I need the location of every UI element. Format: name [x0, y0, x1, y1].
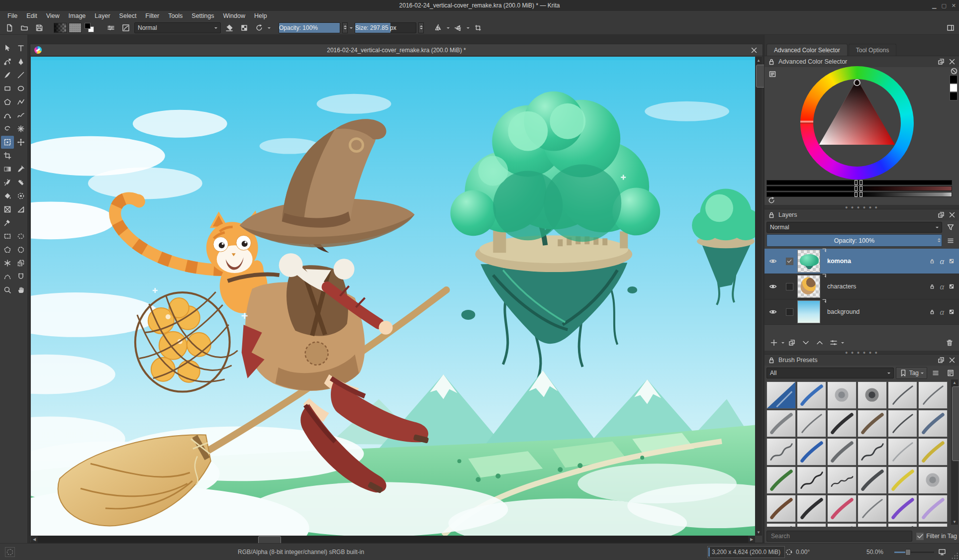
layer-thumbnail[interactable] [797, 275, 820, 298]
chevron-down-icon[interactable] [350, 27, 353, 30]
brush-view-options-button[interactable] [929, 367, 942, 379]
tool-color-sampler[interactable] [14, 163, 27, 176]
tool-polygon-select[interactable] [1, 243, 14, 256]
tab-tool-options[interactable]: Tool Options [849, 44, 897, 56]
tool-enclose-fill[interactable] [14, 189, 27, 202]
brush-preset[interactable] [767, 523, 796, 527]
layer-properties-button[interactable] [827, 337, 840, 349]
opacity-slider[interactable]: Opacity: 100% [279, 22, 340, 33]
alpha-icon[interactable]: α [940, 282, 944, 291]
brush-preset[interactable] [888, 381, 917, 409]
saturation-value-triangle[interactable] [800, 66, 914, 180]
gradient-chooser[interactable] [54, 23, 67, 33]
brush-preset[interactable] [797, 381, 826, 409]
brush-preset[interactable] [827, 438, 857, 466]
tag-filter-dropdown[interactable]: All [767, 368, 894, 378]
brush-preset[interactable] [888, 467, 917, 494]
alpha-checker-icon[interactable] [948, 258, 955, 265]
maximize-button[interactable]: ▢ [941, 3, 946, 8]
tool-edit-shapes[interactable] [1, 55, 14, 68]
brush-option-widget[interactable] [104, 22, 117, 34]
chevron-down-icon[interactable] [781, 342, 784, 345]
filter-in-tag-option[interactable]: Filter in Tag [916, 533, 957, 540]
tool-reference-images[interactable] [1, 216, 14, 229]
brush-detail-view-button[interactable] [944, 367, 957, 379]
move-layer-down-button[interactable] [799, 337, 812, 349]
brush-preset[interactable] [858, 495, 887, 522]
tool-magnetic-select[interactable] [14, 270, 27, 283]
tool-similar-select[interactable] [14, 257, 27, 270]
layer-checkbox[interactable] [786, 308, 793, 316]
brush-preset[interactable] [797, 523, 826, 527]
tool-select-shapes[interactable] [1, 42, 14, 55]
layer-opacity-slider[interactable]: Opacity: 100% [767, 234, 942, 247]
alpha-checker-icon[interactable] [948, 308, 955, 315]
scroll-left-icon[interactable]: ◀ [31, 536, 38, 543]
minimize-button[interactable]: ▁ [932, 3, 936, 8]
no-color-icon[interactable] [950, 67, 958, 75]
brush-scroll-thumb[interactable] [952, 386, 959, 461]
move-layer-up-button[interactable] [813, 337, 826, 349]
history-swatch[interactable] [950, 75, 958, 84]
reload-preset-button[interactable] [253, 22, 266, 34]
tag-button[interactable]: Tag [896, 367, 927, 379]
menu-tools[interactable]: Tools [164, 11, 187, 20]
brush-preset[interactable] [858, 381, 887, 409]
alpha-icon[interactable]: α [940, 257, 944, 266]
tool-freehand-path[interactable] [14, 109, 27, 122]
saturation-bar[interactable] [767, 186, 952, 191]
tool-polyline[interactable] [14, 95, 27, 108]
tool-ellipse-select[interactable] [14, 230, 27, 243]
hue-bar[interactable] [767, 180, 952, 185]
duplicate-layer-button[interactable] [785, 337, 798, 349]
tool-multibrush[interactable] [14, 122, 27, 135]
scroll-down-icon[interactable]: ▼ [951, 519, 958, 525]
alpha-checker-icon[interactable] [948, 283, 955, 290]
scroll-right-icon[interactable]: ▶ [748, 536, 755, 543]
brush-preset[interactable] [918, 438, 948, 466]
brush-preset[interactable] [858, 410, 887, 437]
tab-advanced-color-selector[interactable]: Advanced Color Selector [767, 44, 848, 56]
brush-preset[interactable] [888, 438, 917, 466]
resize-grip[interactable] [951, 552, 958, 559]
menu-window[interactable]: Window [219, 11, 250, 20]
filter-in-tag-checkbox[interactable] [916, 533, 924, 540]
refresh-colors-icon[interactable] [767, 196, 775, 204]
brush-preset[interactable] [858, 523, 887, 527]
zoom-slider-handle[interactable] [905, 549, 911, 556]
chevron-down-icon[interactable] [841, 342, 844, 345]
brush-preset[interactable] [918, 523, 948, 527]
close-docker-icon[interactable] [948, 58, 956, 66]
tool-crop[interactable] [1, 149, 14, 162]
close-button[interactable]: ✕ [952, 3, 956, 8]
brush-preset[interactable] [827, 523, 857, 527]
preserve-alpha-button[interactable] [238, 22, 251, 34]
value-bar[interactable] [767, 192, 952, 197]
foreground-background-colors[interactable] [84, 22, 96, 33]
close-docker-icon[interactable] [948, 356, 956, 364]
menu-settings[interactable]: Settings [187, 11, 218, 20]
zoom-slider[interactable] [894, 549, 934, 556]
tool-bezier-curve[interactable] [1, 109, 14, 122]
layer-lock-icon[interactable] [929, 283, 936, 290]
menu-edit[interactable]: Edit [22, 11, 42, 20]
tool-rectangle[interactable] [1, 82, 14, 95]
image-dimensions[interactable]: 3,200 x 4,624 (200.0 MiB) [707, 546, 785, 558]
layer-visibility-toggle[interactable] [765, 274, 781, 299]
brush-preset[interactable] [918, 495, 948, 522]
delete-layer-button[interactable] [943, 337, 956, 349]
canvas-rotation[interactable]: 0.00° [785, 548, 810, 556]
menu-filter[interactable]: Filter [141, 11, 164, 20]
brush-preset[interactable] [767, 438, 796, 466]
horizontal-scrollbar[interactable]: ◀ ▶ [31, 536, 755, 543]
tool-calligraphy[interactable] [14, 55, 27, 68]
tool-gradient[interactable] [1, 163, 14, 176]
brush-preset[interactable] [827, 410, 857, 437]
brush-preset[interactable] [888, 523, 917, 527]
chevron-down-icon[interactable] [467, 27, 470, 30]
opacity-spinner[interactable] [342, 22, 348, 33]
vertical-scrollbar[interactable]: ▲ ▼ [755, 57, 762, 536]
tool-ellipse[interactable] [14, 82, 27, 95]
menu-view[interactable]: View [42, 11, 64, 20]
scroll-up-icon[interactable]: ▲ [951, 379, 958, 385]
